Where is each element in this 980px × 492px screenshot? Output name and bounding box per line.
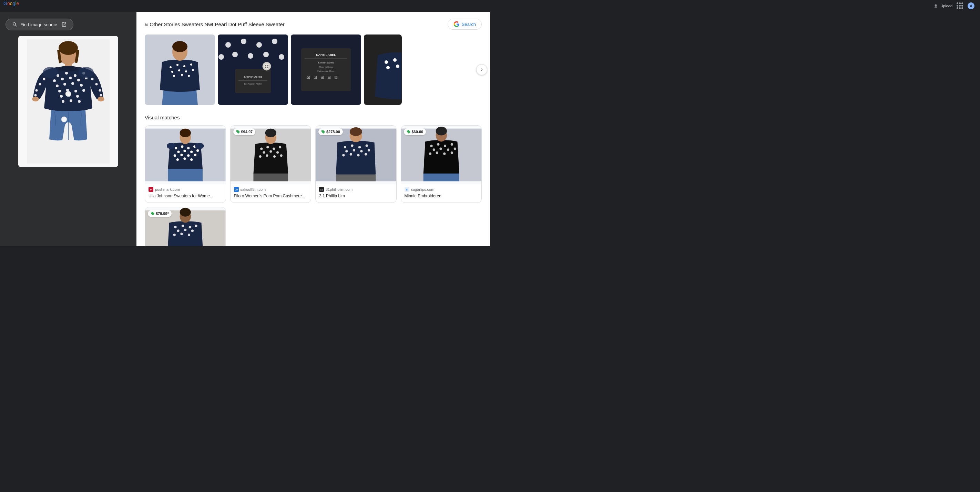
- svg-point-61: [241, 38, 247, 44]
- svg-point-18: [58, 90, 61, 93]
- svg-point-177: [180, 233, 183, 235]
- svg-point-156: [450, 143, 453, 145]
- svg-point-46: [177, 64, 178, 66]
- svg-point-49: [171, 71, 173, 73]
- svg-point-93: [385, 61, 388, 64]
- svg-text:⊞: ⊞: [320, 75, 324, 80]
- strip-item-2[interactable]: & other Stories Los Angeles Atelier: [218, 35, 288, 105]
- svg-point-159: [447, 149, 449, 151]
- svg-point-130: [266, 154, 268, 157]
- match-card-4[interactable]: $60.00: [401, 125, 482, 203]
- svg-point-139: [358, 146, 361, 149]
- svg-point-34: [99, 89, 101, 92]
- svg-point-11: [69, 77, 72, 79]
- strip-item-1[interactable]: [145, 35, 215, 105]
- source-name-4: sugarlips.com: [411, 187, 434, 192]
- svg-point-127: [269, 150, 272, 153]
- source-name-3: 31philliplim.com: [326, 187, 353, 192]
- svg-point-47: [183, 65, 185, 67]
- svg-point-30: [35, 89, 38, 92]
- svg-point-109: [174, 154, 176, 157]
- svg-point-112: [194, 153, 196, 156]
- source-name-1: poshmark.com: [155, 187, 180, 192]
- svg-point-173: [177, 230, 180, 232]
- svg-point-54: [181, 74, 183, 76]
- search-google-button[interactable]: Search: [448, 19, 482, 30]
- svg-point-4: [58, 66, 79, 72]
- svg-point-164: [450, 152, 453, 154]
- strip-image-2: & other Stories Los Angeles Atelier: [218, 35, 288, 105]
- svg-point-162: [436, 152, 438, 154]
- logo-e: e: [16, 1, 19, 6]
- svg-text:⊟: ⊟: [327, 75, 331, 80]
- svg-point-48: [190, 64, 192, 65]
- svg-point-103: [187, 147, 189, 149]
- svg-point-37: [79, 67, 94, 78]
- svg-point-142: [353, 149, 355, 152]
- svg-point-97: [386, 66, 390, 69]
- svg-point-60: [225, 42, 231, 48]
- sweater-image-area: [18, 36, 118, 167]
- svg-point-75: [265, 65, 266, 66]
- svg-point-7: [74, 74, 76, 77]
- svg-point-157: [433, 149, 435, 151]
- svg-point-77: [265, 67, 266, 68]
- match-card-3[interactable]: $278.00: [315, 125, 397, 203]
- svg-point-144: [368, 149, 370, 152]
- price-badge-2: $94.97: [233, 128, 256, 135]
- logo-g: G: [3, 1, 7, 6]
- svg-text:Made in China: Made in China: [320, 66, 333, 68]
- price-badge-4: $60.00: [404, 128, 426, 135]
- svg-point-151: [350, 127, 362, 136]
- svg-point-53: [173, 75, 175, 77]
- svg-point-52: [192, 69, 194, 71]
- next-arrow-button[interactable]: [476, 64, 487, 75]
- search-label: Search: [462, 22, 476, 27]
- svg-point-64: [218, 54, 224, 60]
- match-card-5[interactable]: $79.99*: [145, 207, 226, 246]
- svg-point-41: [65, 91, 71, 97]
- strip-item-4[interactable]: [364, 35, 402, 105]
- price-badge-3: $278.00: [318, 128, 343, 135]
- svg-point-137: [344, 146, 346, 149]
- visual-matches-section: Visual matches: [145, 115, 482, 246]
- match-card-1[interactable]: P poshmark.com Ulla Johnson Sweaters for…: [145, 125, 226, 203]
- svg-text:⊡: ⊡: [313, 75, 317, 80]
- match-image-2: $94.97: [231, 126, 311, 184]
- svg-point-55: [188, 75, 190, 77]
- match-image-5: $79.99*: [145, 208, 226, 246]
- svg-point-132: [280, 154, 282, 157]
- strip-item-3[interactable]: CARE LABEL & other Stories Made in China…: [291, 35, 361, 105]
- svg-point-102: [181, 145, 183, 148]
- svg-point-114: [183, 157, 186, 160]
- main-layout: Find image source: [0, 12, 490, 246]
- svg-point-154: [437, 143, 439, 145]
- svg-point-26: [70, 99, 72, 102]
- svg-point-9: [53, 79, 56, 82]
- svg-point-10: [61, 78, 64, 80]
- match-info-4: S sugarlips.com Minnie Embroidered: [401, 184, 482, 203]
- price-tag-icon: [236, 130, 240, 134]
- svg-point-16: [71, 82, 74, 85]
- logo-o2: o: [10, 1, 13, 6]
- svg-point-68: [279, 54, 284, 60]
- find-image-source-button[interactable]: Find image source: [5, 19, 73, 30]
- svg-point-29: [39, 83, 41, 86]
- svg-point-122: [260, 147, 262, 150]
- match-info-2: 05 saksoff5th.com Filoro Women's Pom Pom…: [231, 184, 311, 203]
- svg-point-42: [61, 117, 67, 122]
- svg-rect-69: [235, 69, 271, 93]
- phillip-lim-favicon: 31: [319, 187, 324, 192]
- image-strip: & other Stories Los Angeles Atelier: [145, 35, 482, 105]
- match-card-2[interactable]: $94.97: [230, 125, 312, 203]
- svg-point-155: [444, 145, 446, 147]
- svg-point-39: [32, 97, 39, 101]
- left-panel: Find image source: [0, 12, 137, 246]
- svg-point-25: [62, 100, 64, 103]
- svg-text:⊠: ⊠: [334, 75, 338, 80]
- match-source-1: P poshmark.com: [148, 187, 222, 192]
- svg-point-129: [259, 155, 261, 158]
- source-name-2: saksoff5th.com: [240, 187, 266, 192]
- svg-point-101: [175, 147, 177, 149]
- google-logo[interactable]: G o o g l e: [3, 1, 19, 6]
